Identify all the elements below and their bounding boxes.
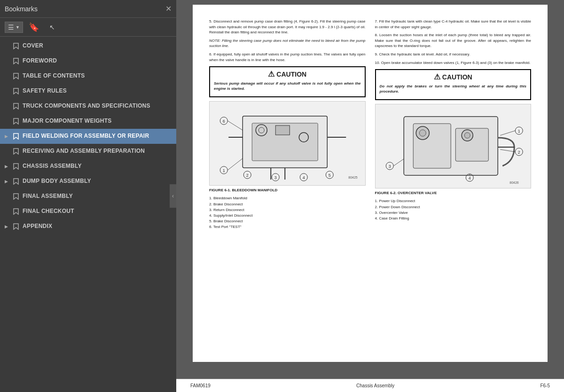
figure-1-caption: FIGURE 6-1. BLEEDDOWN MANIFOLD: [209, 188, 366, 193]
sidebar-item-major-weights[interactable]: MAJOR COMPONENT WEIGHTS: [0, 114, 176, 129]
caution-title-2: CAUTION: [442, 73, 472, 82]
sidebar-item-label-toc: TABLE OF CONTENTS: [23, 72, 172, 80]
sidebar-item-toc[interactable]: TABLE OF CONTENTS: [0, 69, 176, 84]
sidebar-item-label-foreword: FOREWORD: [23, 57, 172, 65]
step-7-text: 7. Fill the hydraulic tank with clean ty…: [375, 19, 532, 30]
caution-text-2: Do not apply the brakes or turn the stee…: [380, 84, 527, 94]
figure-1-image: 1 2 3 4 5 6: [209, 101, 366, 186]
sidebar-item-appendix[interactable]: ▶APPENDIX: [0, 219, 176, 234]
caution-header-1: ⚠ CAUTION: [214, 69, 361, 79]
figure-2-list-item-4: 4. Case Drain Fitting: [375, 216, 532, 221]
sidebar-item-cover[interactable]: COVER: [0, 39, 176, 54]
figure-2-list-item-2: 2. Power Down Disconnect: [375, 204, 532, 210]
svg-point-29: [419, 130, 426, 136]
view-toggle-button[interactable]: ☰ ▼: [5, 22, 23, 33]
svg-text:6: 6: [223, 119, 225, 124]
bookmark-list: COVERFOREWORDTABLE OF CONTENTSSAFETY RUL…: [0, 37, 176, 392]
sidebar-toolbar: ☰ ▼ 🔖 ↖: [0, 18, 176, 37]
bookmark-icon-button[interactable]: 🔖: [27, 21, 41, 33]
bookmark-icon-major-weights: [12, 118, 20, 125]
svg-text:1: 1: [517, 129, 520, 133]
sidebar-item-chassis[interactable]: ▶CHASSIS ASSEMBLY: [0, 159, 176, 174]
sidebar-item-label-truck-components: TRUCK COMPONENTS AND SPECIFICATIONS: [23, 102, 172, 110]
bookmark-icon-toc: [12, 73, 20, 79]
list-icon: ☰: [8, 24, 14, 31]
expand-arrow-dump-body: ▶: [5, 179, 12, 184]
svg-text:1: 1: [223, 168, 225, 173]
sidebar-item-label-final-checkout: FINAL CHECKOUT: [23, 208, 172, 215]
sidebar-item-label-safety: SAFETY RULES: [23, 87, 172, 95]
figure-1-list-item-6: 6. Test Port "TEST": [209, 224, 366, 229]
step-6-text: 6. If equipped, fully open all shutoff v…: [209, 52, 366, 63]
sidebar: Bookmarks ✕ ☰ ▼ 🔖 ↖ COVERFOREWORDTABLE O…: [0, 0, 176, 392]
figure-2-image: 3 1 2 4: [375, 104, 532, 188]
bookmark-icon-final-checkout: [12, 208, 20, 215]
bookmark-icon-field-welding: [12, 133, 20, 140]
bookmark-icon-appendix: [12, 223, 20, 230]
step-8-text: 8. Loosen the suction hoses at the inlet…: [375, 32, 532, 49]
figure-1-list: 1. Bleeddown Manifold2. Brake Disconnect…: [209, 196, 366, 229]
main-content: 5. Disconnect and remove pump case drain…: [176, 0, 564, 392]
sidebar-item-truck-components[interactable]: TRUCK COMPONENTS AND SPECIFICATIONS: [0, 99, 176, 114]
bookmark-icon-foreword: [12, 58, 20, 64]
bookmark-icon-cover: [12, 43, 20, 49]
sidebar-item-dump-body[interactable]: ▶DUMP BODY ASSEMBLY: [0, 174, 176, 189]
svg-line-23: [227, 121, 243, 130]
figure-1-container: 1 2 3 4 5 6: [209, 101, 366, 230]
svg-text:2: 2: [246, 173, 249, 178]
sidebar-item-safety[interactable]: SAFETY RULES: [0, 84, 176, 99]
figure-1-list-item-1: 1. Bleeddown Manifold: [209, 196, 366, 201]
left-column: 5. Disconnect and remove pump case drain…: [209, 19, 366, 233]
sidebar-item-label-final-assembly: FINAL ASSEMBLY: [23, 193, 172, 200]
svg-point-31: [464, 133, 470, 138]
svg-line-42: [500, 149, 515, 152]
svg-text:80426: 80426: [509, 181, 519, 184]
svg-text:4: 4: [303, 175, 305, 180]
sidebar-item-label-dump-body: DUMP BODY ASSEMBLY: [23, 178, 172, 185]
sidebar-item-label-chassis: CHASSIS ASSEMBLY: [23, 163, 172, 170]
sidebar-item-foreword[interactable]: FOREWORD: [0, 54, 176, 69]
page-area: 5. Disconnect and remove pump case drain…: [176, 0, 564, 379]
step-5-text: 5. Disconnect and remove pump case drain…: [209, 19, 366, 35]
figure-2-list-item-3: 3. Overcenter Valve: [375, 210, 532, 215]
svg-line-41: [500, 131, 515, 135]
figure-1-list-item-4: 4. Supply/Inlet Disconnect: [209, 213, 366, 218]
sidebar-item-label-field-welding: FIELD WELDING FOR ASSEMBLY OR REPAIR: [23, 133, 172, 140]
sidebar-item-final-checkout[interactable]: FINAL CHECKOUT: [0, 204, 176, 219]
svg-line-40: [393, 159, 404, 166]
svg-line-22: [227, 158, 243, 170]
caution-text-1: Serious pump damage will occur if any sh…: [214, 81, 361, 92]
figure-1-list-item-2: 2. Brake Disconnect: [209, 202, 366, 207]
caution-triangle-1: ⚠: [268, 69, 274, 79]
bookmark-icon-chassis: [12, 163, 20, 170]
svg-text:5: 5: [329, 173, 331, 178]
sidebar-item-receiving[interactable]: RECEIVING AND ASSEMBLY PREPARATION: [0, 144, 176, 159]
bookmark-icon-final-assembly: [12, 193, 20, 200]
overcenter-valve-diagram: 3 1 2 4: [376, 105, 531, 187]
figure-2-list: 1. Power Up Disconnect2. Power Down Disc…: [375, 198, 532, 221]
step-9-text: 9. Check the hydraulic tank oil level. A…: [375, 52, 532, 57]
sidebar-collapse-button[interactable]: ‹: [170, 184, 176, 208]
caution-triangle-2: ⚠: [434, 72, 440, 82]
figure-1-list-item-3: 3. Return Disconnect: [209, 207, 366, 212]
cursor-indicator: ↖: [49, 24, 55, 31]
figure-2-list-item-1: 1. Power Up Disconnect: [375, 198, 532, 204]
footer-bar: FAM0619 Chassis Assembly F6-5: [176, 379, 564, 392]
svg-text:2: 2: [517, 150, 520, 155]
caution-box-1: ⚠ CAUTION Serious pump damage will occur…: [209, 66, 366, 97]
bookmark-icon-receiving: [12, 148, 20, 155]
sidebar-close-button[interactable]: ✕: [165, 4, 172, 13]
sidebar-item-label-cover: COVER: [23, 42, 172, 50]
sidebar-item-label-appendix: APPENDIX: [23, 223, 172, 230]
figure-1-list-item-5: 5. Brake Disconnect: [209, 219, 366, 224]
sidebar-item-field-welding[interactable]: ▶FIELD WELDING FOR ASSEMBLY OR REPAIR: [0, 129, 176, 144]
footer-right: F6-5: [540, 383, 550, 388]
svg-text:3: 3: [388, 164, 391, 169]
sidebar-item-final-assembly[interactable]: FINAL ASSEMBLY: [0, 189, 176, 204]
caution-box-2: ⚠ CAUTION Do not apply the brakes or tur…: [375, 69, 532, 100]
expand-arrow-chassis: ▶: [5, 164, 12, 169]
dropdown-arrow: ▼: [16, 25, 20, 30]
figure-2-container: 3 1 2 4: [375, 104, 532, 221]
svg-text:80425: 80425: [348, 176, 358, 179]
bookmark-icon-safety: [12, 88, 20, 94]
